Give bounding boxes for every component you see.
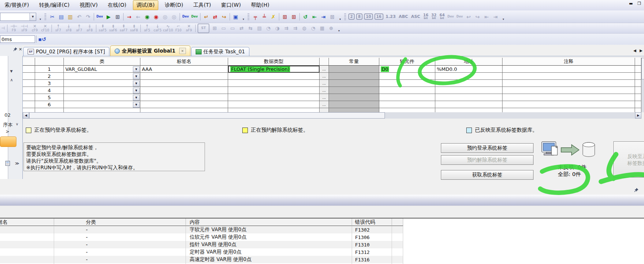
cell-constant-row6[interactable]: [329, 101, 379, 108]
cell-label-row6[interactable]: [140, 101, 228, 108]
restore-button[interactable]: ❐: [637, 1, 641, 6]
chevron-down-icon[interactable]: ▼: [133, 95, 140, 101]
timer-input[interactable]: 0ms: [0, 35, 35, 43]
cell-address-row5[interactable]: [435, 94, 503, 101]
display-real-icon[interactable]: 1.23: [386, 14, 396, 19]
cell-constant-row5[interactable]: [329, 94, 379, 101]
display-octal-icon[interactable]: 8: [356, 13, 363, 20]
menu-item-1[interactable]: 转换/编译(C): [35, 0, 73, 10]
horizontal-scroll-thumb[interactable]: [29, 112, 385, 119]
cell-dots-row1[interactable]: ...: [320, 66, 329, 73]
cross-reference-icon[interactable]: ↵: [202, 13, 210, 21]
cell-type-row6[interactable]: [228, 101, 320, 108]
cell-constant-row1[interactable]: [329, 66, 379, 73]
write-to-plc-icon[interactable]: →: [125, 13, 133, 21]
cell-label-row2[interactable]: [140, 73, 228, 80]
display-decimal-icon[interactable]: 10: [364, 13, 373, 20]
chevron-down-icon[interactable]: ▼: [133, 73, 140, 79]
import-label-icon[interactable]: ⇤: [310, 13, 318, 21]
minimize-button[interactable]: ▬: [629, 1, 633, 6]
cell-tail-row5[interactable]: [635, 94, 641, 101]
reserve-register-button[interactable]: 预约登录系统标签: [441, 143, 533, 153]
tab-global-label[interactable]: 全局标签设置 Global1✕: [110, 45, 190, 56]
register-device2-icon[interactable]: ⊞: [290, 13, 298, 21]
insert-row-below-icon[interactable]: ╧: [260, 13, 268, 21]
cell-label-row1[interactable]: AAA: [140, 66, 228, 73]
cell-type-row3[interactable]: [228, 80, 320, 87]
cell-address-row3[interactable]: [435, 80, 503, 87]
chevron-down-icon[interactable]: ▼: [29, 13, 36, 21]
menu-item-0[interactable]: 索/替换(F): [1, 0, 33, 10]
cell-address-row6[interactable]: [435, 101, 503, 108]
menu-item-6[interactable]: 工具(T): [190, 0, 215, 10]
display-ascii-icon[interactable]: ASC: [411, 14, 420, 19]
toolbar-overflow-icon[interactable]: ▾: [241, 12, 246, 22]
monitor-search-icon[interactable]: ▶: [105, 13, 113, 21]
scroll-left-icon[interactable]: ◀: [23, 112, 29, 119]
dock-more-icon[interactable]: ≫: [15, 161, 19, 166]
cell-comment-row1[interactable]: [503, 66, 635, 73]
toolbar-overflow-icon[interactable]: ▾: [337, 23, 341, 33]
cell-num-row5[interactable]: 5: [35, 94, 64, 101]
cell-sel-row5[interactable]: [23, 94, 35, 101]
display-hex-icon[interactable]: 16: [374, 13, 383, 20]
scroll-right-icon[interactable]: ▶: [635, 112, 641, 119]
cell-comment-row3[interactable]: [503, 80, 635, 87]
cell-type-row2[interactable]: [228, 73, 320, 80]
menu-item-2[interactable]: 视图(V): [76, 0, 102, 10]
io-search-icon[interactable]: ⊞: [113, 13, 122, 21]
cell-class-row2[interactable]: ▼: [64, 73, 140, 80]
tab-program[interactable]: STPOU_02 [PRG] 程序本体 [ST]: [23, 47, 109, 56]
menu-item-7[interactable]: 窗口(W): [217, 0, 245, 10]
paste-icon[interactable]: ▥: [66, 13, 74, 21]
tab-scroll-left-icon[interactable]: ◀: [634, 48, 637, 53]
register-device-icon[interactable]: ⊞: [281, 13, 289, 21]
cell-num-row2[interactable]: 2: [35, 73, 64, 80]
monitor-stop-icon[interactable]: ◉: [152, 13, 160, 21]
dock-scroll-up-icon[interactable]: ∧: [10, 78, 13, 82]
device-register-monitor-icon[interactable]: Dev: [190, 13, 199, 21]
chevron-down-icon[interactable]: ▼: [133, 81, 140, 87]
vertical-scroll-thumb[interactable]: [641, 58, 644, 79]
cell-tail-row1[interactable]: [635, 66, 641, 73]
close-icon[interactable]: ✕: [19, 47, 22, 52]
cell-comment-row5[interactable]: [503, 94, 635, 101]
cell-device-row2[interactable]: [379, 73, 435, 80]
cell-sel-row4[interactable]: [23, 87, 35, 94]
output-row-4[interactable]: -高速定时器 VAR用 使用0点F1316: [0, 256, 403, 263]
document-icon[interactable]: [5, 160, 11, 167]
cell-device-row5[interactable]: [379, 94, 435, 101]
cell-dots-row2[interactable]: ...: [320, 73, 329, 80]
display-64bit-icon[interactable]: 64bit: [439, 13, 445, 20]
export-label-icon[interactable]: ⇥: [319, 13, 327, 21]
cell-class-row4[interactable]: ▼: [64, 87, 140, 94]
output-row-0[interactable]: -字软元件 VAR用 使用0点F1302: [0, 226, 403, 233]
cell-label-row3[interactable]: [140, 80, 228, 87]
acquire-system-label-button[interactable]: 获取系统标签: [441, 170, 533, 180]
menu-item-5[interactable]: 诊断(D): [161, 0, 187, 10]
cell-sel-row6[interactable]: [23, 101, 35, 108]
chevron-down-icon[interactable]: ▼: [133, 88, 140, 94]
cell-comment-row2[interactable]: [503, 73, 635, 80]
cell-sel-row3[interactable]: [23, 80, 35, 87]
cell-constant-row4[interactable]: [329, 87, 379, 94]
cell-device-row4[interactable]: [379, 87, 435, 94]
cell-address-row2[interactable]: [435, 73, 503, 80]
cell-device-row6[interactable]: [379, 101, 435, 108]
cell-num-row1[interactable]: 1: [35, 66, 64, 73]
cell-dots-row6[interactable]: ...: [320, 101, 329, 108]
cell-comment-row6[interactable]: [503, 101, 635, 108]
tab-scroll-right-icon[interactable]: ▶: [640, 48, 643, 53]
delete-row-icon[interactable]: ✗: [269, 13, 277, 21]
cell-tail-row4[interactable]: [635, 87, 641, 94]
display-32bit-icon[interactable]: 32bit: [431, 13, 436, 20]
cell-comment-row4[interactable]: [503, 87, 635, 94]
monitor-start-icon[interactable]: ◉: [143, 13, 151, 21]
cell-type-row4[interactable]: [228, 87, 320, 94]
cell-sel-row1[interactable]: [23, 66, 35, 73]
output-row-3[interactable]: -定时器 VAR用 使用0点F1312: [0, 248, 403, 256]
dock-item-text[interactable]: 02: [4, 112, 11, 118]
cell-device-row3[interactable]: [379, 80, 435, 87]
refresh-watch-icon[interactable]: ▪↺: [38, 35, 46, 43]
toolbar-overflow-icon[interactable]: ▾: [338, 12, 342, 22]
